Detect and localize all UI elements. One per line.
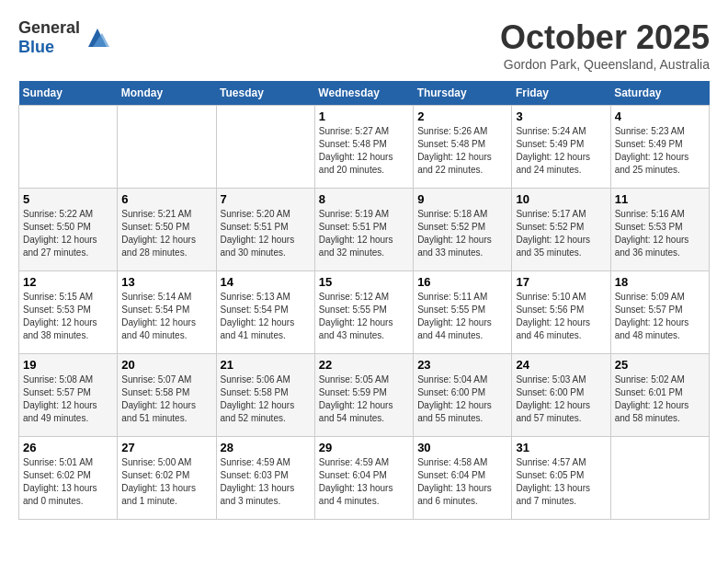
day-info: Sunrise: 5:12 AM Sunset: 5:55 PM Dayligh… — [319, 291, 409, 342]
day-info: Sunrise: 5:17 AM Sunset: 5:52 PM Dayligh… — [516, 208, 606, 259]
calendar-week-5: 26Sunrise: 5:01 AM Sunset: 6:02 PM Dayli… — [19, 437, 710, 520]
page-header: General Blue October 2025 Gordon Park, Q… — [18, 18, 710, 72]
calendar-cell: 7Sunrise: 5:20 AM Sunset: 5:51 PM Daylig… — [216, 189, 314, 271]
calendar-week-2: 5Sunrise: 5:22 AM Sunset: 5:50 PM Daylig… — [19, 189, 710, 271]
calendar-cell — [118, 106, 216, 189]
calendar-cell: 3Sunrise: 5:24 AM Sunset: 5:49 PM Daylig… — [512, 106, 610, 189]
calendar-cell: 8Sunrise: 5:19 AM Sunset: 5:51 PM Daylig… — [314, 189, 413, 271]
day-info: Sunrise: 5:03 AM Sunset: 6:00 PM Dayligh… — [516, 373, 606, 425]
day-info: Sunrise: 5:24 AM Sunset: 5:49 PM Dayligh… — [516, 125, 606, 177]
day-info: Sunrise: 5:18 AM Sunset: 5:52 PM Dayligh… — [417, 208, 507, 259]
day-info: Sunrise: 5:23 AM Sunset: 5:49 PM Dayligh… — [615, 125, 705, 177]
day-info: Sunrise: 5:13 AM Sunset: 5:54 PM Dayligh… — [221, 291, 311, 342]
calendar-cell: 13Sunrise: 5:14 AM Sunset: 5:54 PM Dayli… — [118, 271, 216, 354]
weekday-header-tuesday: Tuesday — [216, 81, 314, 106]
calendar-cell: 18Sunrise: 5:09 AM Sunset: 5:57 PM Dayli… — [610, 271, 709, 354]
day-number: 22 — [319, 358, 409, 372]
day-number: 27 — [121, 441, 211, 454]
calendar-cell — [216, 106, 314, 189]
day-number: 15 — [319, 275, 409, 289]
day-info: Sunrise: 5:21 AM Sunset: 5:50 PM Dayligh… — [121, 208, 211, 259]
calendar-cell: 10Sunrise: 5:17 AM Sunset: 5:52 PM Dayli… — [512, 189, 610, 271]
day-info: Sunrise: 4:59 AM Sunset: 6:03 PM Dayligh… — [221, 456, 311, 508]
day-number: 24 — [516, 358, 606, 372]
day-info: Sunrise: 5:07 AM Sunset: 5:58 PM Dayligh… — [121, 373, 211, 425]
calendar-cell: 31Sunrise: 4:57 AM Sunset: 6:05 PM Dayli… — [512, 437, 610, 520]
month-title: October 2025 — [500, 18, 710, 57]
calendar-table: SundayMondayTuesdayWednesdayThursdayFrid… — [18, 81, 710, 520]
calendar-cell: 29Sunrise: 4:59 AM Sunset: 6:04 PM Dayli… — [314, 437, 413, 520]
day-number: 7 — [221, 192, 311, 206]
day-number: 17 — [516, 275, 606, 289]
calendar-cell: 14Sunrise: 5:13 AM Sunset: 5:54 PM Dayli… — [216, 271, 314, 354]
day-number: 23 — [417, 358, 507, 372]
day-info: Sunrise: 5:04 AM Sunset: 6:00 PM Dayligh… — [417, 373, 507, 425]
day-info: Sunrise: 5:02 AM Sunset: 6:01 PM Dayligh… — [615, 373, 705, 425]
weekday-header-saturday: Saturday — [610, 81, 709, 106]
day-number: 19 — [23, 358, 113, 372]
day-number: 26 — [23, 441, 113, 454]
day-info: Sunrise: 5:05 AM Sunset: 5:59 PM Dayligh… — [319, 373, 409, 425]
day-number: 29 — [319, 441, 409, 454]
day-number: 8 — [319, 192, 409, 206]
day-number: 25 — [615, 358, 705, 372]
day-info: Sunrise: 5:01 AM Sunset: 6:02 PM Dayligh… — [23, 456, 113, 508]
day-info: Sunrise: 5:26 AM Sunset: 5:48 PM Dayligh… — [417, 125, 507, 177]
day-info: Sunrise: 5:08 AM Sunset: 5:57 PM Dayligh… — [23, 373, 113, 425]
day-number: 3 — [516, 109, 606, 123]
calendar-cell: 25Sunrise: 5:02 AM Sunset: 6:01 PM Dayli… — [610, 354, 709, 437]
calendar-cell — [19, 106, 118, 189]
logo: General Blue — [18, 18, 111, 57]
day-number: 12 — [23, 275, 113, 289]
day-info: Sunrise: 5:20 AM Sunset: 5:51 PM Dayligh… — [221, 208, 311, 259]
calendar-cell: 9Sunrise: 5:18 AM Sunset: 5:52 PM Daylig… — [414, 189, 512, 271]
calendar-cell: 5Sunrise: 5:22 AM Sunset: 5:50 PM Daylig… — [19, 189, 118, 271]
day-info: Sunrise: 5:27 AM Sunset: 5:48 PM Dayligh… — [319, 125, 409, 177]
day-number: 9 — [417, 192, 507, 206]
weekday-header-row: SundayMondayTuesdayWednesdayThursdayFrid… — [19, 81, 710, 106]
calendar-week-1: 1Sunrise: 5:27 AM Sunset: 5:48 PM Daylig… — [19, 106, 710, 189]
calendar-week-4: 19Sunrise: 5:08 AM Sunset: 5:57 PM Dayli… — [19, 354, 710, 437]
calendar-cell: 23Sunrise: 5:04 AM Sunset: 6:00 PM Dayli… — [414, 354, 512, 437]
day-number: 11 — [615, 192, 705, 206]
calendar-week-3: 12Sunrise: 5:15 AM Sunset: 5:53 PM Dayli… — [19, 271, 710, 354]
day-info: Sunrise: 5:15 AM Sunset: 5:53 PM Dayligh… — [23, 291, 113, 342]
day-number: 13 — [121, 275, 211, 289]
day-info: Sunrise: 5:06 AM Sunset: 5:58 PM Dayligh… — [221, 373, 311, 425]
calendar-cell — [610, 437, 709, 520]
day-number: 20 — [121, 358, 211, 372]
calendar-cell: 12Sunrise: 5:15 AM Sunset: 5:53 PM Dayli… — [19, 271, 118, 354]
day-info: Sunrise: 5:00 AM Sunset: 6:02 PM Dayligh… — [121, 456, 211, 508]
day-number: 14 — [221, 275, 311, 289]
weekday-header-sunday: Sunday — [19, 81, 118, 106]
day-number: 5 — [23, 192, 113, 206]
day-info: Sunrise: 5:19 AM Sunset: 5:51 PM Dayligh… — [319, 208, 409, 259]
day-info: Sunrise: 4:57 AM Sunset: 6:05 PM Dayligh… — [516, 456, 606, 508]
day-number: 1 — [319, 109, 409, 123]
location: Gordon Park, Queensland, Australia — [500, 57, 710, 72]
calendar-cell: 22Sunrise: 5:05 AM Sunset: 5:59 PM Dayli… — [314, 354, 413, 437]
day-number: 18 — [615, 275, 705, 289]
calendar-cell: 4Sunrise: 5:23 AM Sunset: 5:49 PM Daylig… — [610, 106, 709, 189]
day-number: 16 — [417, 275, 507, 289]
logo-text: General Blue — [18, 18, 80, 57]
calendar-cell: 21Sunrise: 5:06 AM Sunset: 5:58 PM Dayli… — [216, 354, 314, 437]
calendar-cell: 28Sunrise: 4:59 AM Sunset: 6:03 PM Dayli… — [216, 437, 314, 520]
day-info: Sunrise: 5:16 AM Sunset: 5:53 PM Dayligh… — [615, 208, 705, 259]
calendar-cell: 6Sunrise: 5:21 AM Sunset: 5:50 PM Daylig… — [118, 189, 216, 271]
day-info: Sunrise: 4:58 AM Sunset: 6:04 PM Dayligh… — [417, 456, 507, 508]
day-number: 30 — [417, 441, 507, 454]
weekday-header-thursday: Thursday — [414, 81, 512, 106]
logo-icon — [84, 24, 111, 52]
calendar-cell: 19Sunrise: 5:08 AM Sunset: 5:57 PM Dayli… — [19, 354, 118, 437]
day-info: Sunrise: 4:59 AM Sunset: 6:04 PM Dayligh… — [319, 456, 409, 508]
day-number: 21 — [221, 358, 311, 372]
calendar-cell: 27Sunrise: 5:00 AM Sunset: 6:02 PM Dayli… — [118, 437, 216, 520]
day-info: Sunrise: 5:14 AM Sunset: 5:54 PM Dayligh… — [121, 291, 211, 342]
title-section: October 2025 Gordon Park, Queensland, Au… — [500, 18, 710, 72]
calendar-cell: 26Sunrise: 5:01 AM Sunset: 6:02 PM Dayli… — [19, 437, 118, 520]
calendar-cell: 17Sunrise: 5:10 AM Sunset: 5:56 PM Dayli… — [512, 271, 610, 354]
weekday-header-monday: Monday — [118, 81, 216, 106]
calendar-cell: 1Sunrise: 5:27 AM Sunset: 5:48 PM Daylig… — [314, 106, 413, 189]
calendar-cell: 16Sunrise: 5:11 AM Sunset: 5:55 PM Dayli… — [414, 271, 512, 354]
